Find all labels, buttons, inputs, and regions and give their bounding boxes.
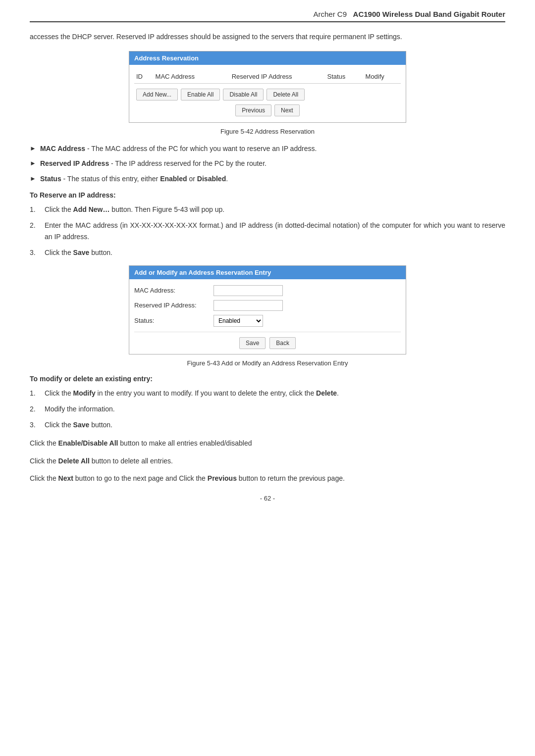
product-full-name: AC1900 Wireless Dual Band Gigabit Router: [353, 10, 505, 18]
delete-all-button[interactable]: Delete All: [267, 89, 305, 101]
page-header: Archer C9 AC1900 Wireless Dual Band Giga…: [30, 10, 505, 22]
next-button[interactable]: Next: [274, 104, 300, 116]
disable-all-button[interactable]: Disable All: [223, 89, 264, 101]
modify-steps-list: 1. Click the Modify in the entry you wan…: [30, 388, 505, 431]
status-select[interactable]: Enabled Disabled: [214, 315, 263, 327]
modify-step-2: 2. Modify the information.: [30, 403, 505, 414]
modify-step-1: 1. Click the Modify in the entry you wan…: [30, 388, 505, 399]
mac-address-input[interactable]: [214, 285, 283, 296]
save-button[interactable]: Save: [239, 337, 266, 349]
bullet-mac-text: MAC Address - The MAC address of the PC …: [40, 143, 317, 154]
figure2-caption: Figure 5-43 Add or Modify an Address Res…: [30, 359, 505, 367]
table-navigation: Previous Next: [136, 104, 399, 116]
enable-disable-paragraph: Click the Enable/Disable All button to m…: [30, 438, 505, 450]
bullet-status: ► Status - The status of this entry, eit…: [30, 173, 505, 184]
previous-button[interactable]: Previous: [235, 104, 271, 116]
modify-step-3: 3. Click the Save button.: [30, 419, 505, 430]
next-prev-paragraph: Click the Next button to go to the next …: [30, 473, 505, 485]
add-modify-title: Add or Modify an Address Reservation Ent…: [129, 266, 406, 279]
bullet-arrow-icon: ►: [30, 144, 36, 154]
form-action-buttons: Save Back: [134, 332, 401, 349]
col-header-mac: MAC Address: [156, 73, 232, 80]
reserve-heading: To Reserve an IP address:: [30, 191, 505, 199]
reserved-ip-row: Reserved IP Address:: [134, 300, 401, 311]
col-header-status: Status: [327, 73, 365, 80]
reserved-ip-input[interactable]: [214, 300, 283, 311]
back-button[interactable]: Back: [269, 337, 296, 349]
status-label: Status:: [134, 317, 214, 324]
reserve-steps-list: 1. Click the Add New… button. Then Figur…: [30, 204, 505, 258]
page-number: - 62 -: [30, 495, 505, 502]
bullet-reserved-text: Reserved IP Address - The IP address res…: [40, 158, 267, 169]
bullet-mac-address: ► MAC Address - The MAC address of the P…: [30, 143, 505, 154]
mac-address-row: MAC Address:: [134, 285, 401, 296]
bullet-status-text: Status - The status of this entry, eithe…: [40, 173, 228, 184]
reserve-step-1: 1. Click the Add New… button. Then Figur…: [30, 204, 505, 215]
add-new-button[interactable]: Add New...: [136, 89, 178, 101]
feature-list: ► MAC Address - The MAC address of the P…: [30, 143, 505, 184]
address-reservation-table: Address Reservation ID MAC Address Reser…: [129, 51, 406, 123]
col-header-modify: Modify: [366, 73, 399, 80]
intro-paragraph: accesses the DHCP server. Reserved IP ad…: [30, 31, 505, 43]
reserve-step-2: 2. Enter the MAC address (in XX-XX-XX-XX…: [30, 220, 505, 242]
bullet-arrow-icon: ►: [30, 158, 36, 169]
modify-heading: To modify or delete an existing entry:: [30, 375, 505, 383]
table-header-row: ID MAC Address Reserved IP Address Statu…: [134, 70, 401, 84]
status-row: Status: Enabled Disabled: [134, 315, 401, 327]
figure1-caption: Figure 5-42 Address Reservation: [30, 128, 505, 135]
add-modify-table: Add or Modify an Address Reservation Ent…: [129, 265, 406, 354]
address-reservation-title: Address Reservation: [129, 51, 406, 65]
reserved-ip-label: Reserved IP Address:: [134, 302, 214, 309]
enable-all-button[interactable]: Enable All: [181, 89, 220, 101]
delete-all-paragraph: Click the Delete All button to delete al…: [30, 455, 505, 467]
bullet-arrow-icon: ►: [30, 174, 36, 184]
table-action-buttons: Add New... Enable All Disable All Delete…: [136, 89, 399, 101]
model-name: Archer C9: [314, 10, 347, 18]
bullet-reserved-ip: ► Reserved IP Address - The IP address r…: [30, 158, 505, 169]
col-header-id: ID: [136, 73, 156, 80]
reserve-step-3: 3. Click the Save button.: [30, 247, 505, 258]
col-header-reserved: Reserved IP Address: [232, 73, 327, 80]
product-title: Archer C9 AC1900 Wireless Dual Band Giga…: [314, 10, 506, 18]
mac-address-label: MAC Address:: [134, 287, 214, 294]
